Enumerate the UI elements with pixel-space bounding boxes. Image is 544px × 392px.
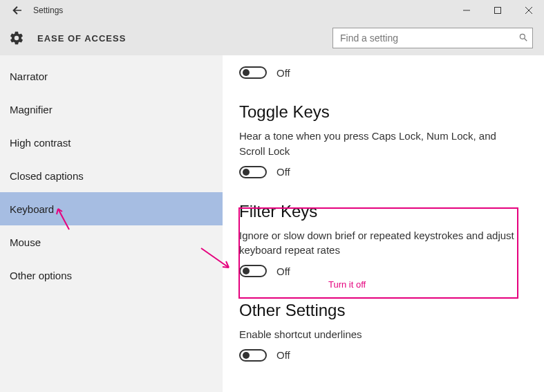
sidebar-item-narrator[interactable]: Narrator [0, 59, 223, 93]
toggle-state-label: Off [276, 67, 290, 79]
filter-keys-toggle[interactable] [239, 265, 267, 277]
sticky-keys-toggle[interactable] [239, 66, 267, 79]
sidebar-item-label: Narrator [10, 71, 48, 82]
titlebar: Settings [0, 0, 544, 21]
gear-icon [8, 30, 25, 46]
svg-line-5 [525, 38, 527, 41]
sidebar-item-label: Closed captions [10, 170, 84, 182]
sidebar-item-keyboard[interactable]: Keyboard [0, 192, 223, 225]
sidebar-item-mouse[interactable]: Mouse [0, 225, 223, 259]
search-box[interactable] [332, 28, 533, 48]
sidebar-item-label: Magnifier [10, 104, 53, 115]
search-icon [518, 32, 528, 44]
category-label: EASE OF ACCESS [37, 33, 126, 44]
sidebar-item-magnifier[interactable]: Magnifier [0, 93, 223, 126]
sidebar-item-label: Other options [10, 270, 72, 281]
other-settings-heading: Other Settings [239, 301, 527, 320]
toggle-keys-description: Hear a tone when you press Caps Lock, Nu… [239, 129, 516, 159]
filter-keys-description: Ignore or slow down brief or repeated ke… [239, 228, 516, 259]
content-pane: Off Toggle Keys Hear a tone when you pre… [223, 55, 544, 392]
sidebar-item-label: Keyboard [10, 203, 54, 215]
sidebar-item-other-options[interactable]: Other options [0, 259, 223, 292]
annotation-text: Turn it off [328, 279, 366, 290]
toggle-state-label: Off [276, 265, 290, 277]
svg-rect-1 [494, 8, 500, 14]
sidebar-item-high-contrast[interactable]: High contrast [0, 126, 223, 159]
close-button[interactable] [513, 1, 544, 20]
sidebar-item-closed-captions[interactable]: Closed captions [0, 159, 223, 192]
sidebar: Narrator Magnifier High contrast Closed … [0, 55, 223, 392]
window-title: Settings [33, 6, 63, 15]
toggle-keys-toggle[interactable] [239, 166, 267, 178]
toggle-state-label: Off [276, 349, 290, 361]
toggle-state-label: Off [276, 166, 290, 178]
search-input[interactable] [340, 32, 518, 44]
other-settings-description: Enable shortcut underlines [239, 327, 516, 342]
minimize-button[interactable] [451, 1, 482, 20]
sidebar-item-label: Mouse [10, 236, 41, 248]
shortcut-underlines-toggle[interactable] [239, 349, 267, 362]
sidebar-item-label: High contrast [10, 137, 71, 149]
maximize-button[interactable] [482, 1, 513, 20]
svg-point-4 [520, 34, 525, 39]
toggle-keys-heading: Toggle Keys [239, 102, 527, 122]
annotation-arrow-icon [198, 245, 233, 275]
annotation-arrow-icon [54, 205, 75, 234]
header: EASE OF ACCESS [0, 21, 544, 55]
filter-keys-heading: Filter Keys [239, 202, 527, 221]
back-button[interactable] [6, 1, 29, 20]
